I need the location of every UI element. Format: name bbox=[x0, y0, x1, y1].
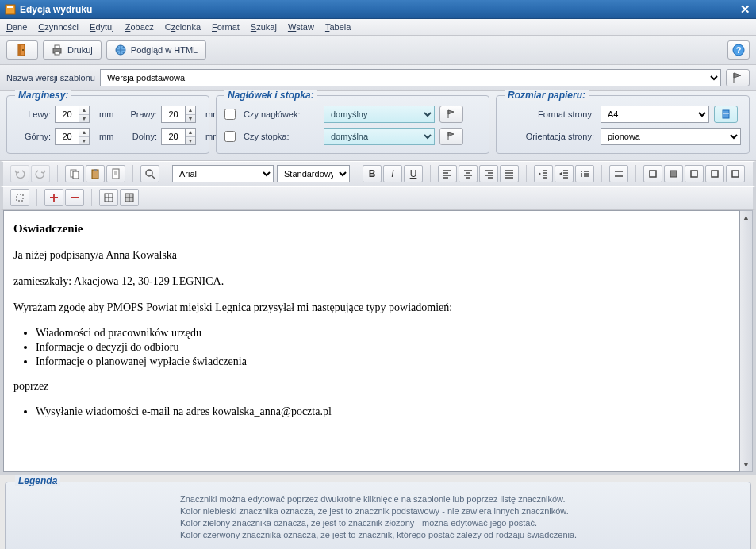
fieldsets-row: Marginesy: Lewy: ▲▼ mm Prawy: ▲▼ mm Górn… bbox=[0, 91, 756, 161]
scroll-track[interactable] bbox=[740, 224, 752, 459]
header-checkbox[interactable] bbox=[224, 109, 236, 120]
unit-label: mm bbox=[96, 132, 118, 141]
align-left-button[interactable] bbox=[438, 165, 457, 182]
menu-czynnosci[interactable]: Czynności bbox=[38, 22, 79, 32]
svg-rect-11 bbox=[723, 110, 729, 118]
doc-list2: Wysyłanie wiadomości e-mail na adres kow… bbox=[13, 405, 730, 418]
align-center-button[interactable] bbox=[459, 165, 478, 182]
undo-button[interactable] bbox=[10, 165, 29, 182]
margin-bottom-input[interactable]: ▲▼ bbox=[161, 128, 201, 145]
table-grid-button[interactable] bbox=[99, 189, 118, 206]
spin-up-icon[interactable]: ▲ bbox=[79, 129, 89, 137]
legend-text: Znaczniki można edytować poprzez dwukrot… bbox=[180, 493, 743, 540]
redo-button[interactable] bbox=[31, 165, 50, 182]
margin-left-input[interactable]: ▲▼ bbox=[55, 106, 94, 123]
copy-button[interactable] bbox=[65, 165, 84, 182]
spin-down-icon[interactable]: ▼ bbox=[186, 115, 195, 123]
style-select[interactable]: Standardowy bbox=[277, 165, 350, 182]
header-footer-fieldset: Nagłówek i stopka: Czy nagłówek: domyśln… bbox=[216, 95, 489, 154]
footer-checkbox[interactable] bbox=[224, 131, 236, 142]
format-select[interactable]: A4 bbox=[601, 106, 709, 123]
menu-wstaw[interactable]: Wstaw bbox=[288, 22, 314, 32]
table-insert-button[interactable] bbox=[120, 189, 139, 206]
menu-zobacz[interactable]: Zobacz bbox=[125, 22, 154, 32]
spin-down-icon[interactable]: ▼ bbox=[79, 137, 89, 145]
format-refresh-button[interactable] bbox=[714, 106, 738, 123]
square-icon bbox=[730, 168, 741, 179]
footer-select[interactable]: domyślna bbox=[324, 128, 435, 145]
template-label: Nazwa wersji szablonu bbox=[6, 73, 95, 83]
spacing-1-button[interactable] bbox=[609, 165, 628, 182]
template-select[interactable]: Wersja podstawowa bbox=[100, 69, 721, 86]
help-button[interactable]: ? bbox=[727, 40, 750, 60]
border-1-button[interactable] bbox=[643, 165, 662, 182]
template-row: Nazwa wersji szablonu Wersja podstawowa bbox=[0, 65, 756, 91]
font-select[interactable]: Arial bbox=[172, 165, 274, 182]
spin-up-icon[interactable]: ▲ bbox=[186, 106, 195, 115]
indent-dec-button[interactable] bbox=[534, 165, 553, 182]
underline-button[interactable]: U bbox=[404, 165, 423, 182]
window-title: Edycja wydruku bbox=[20, 4, 92, 15]
doc-icon bbox=[110, 168, 121, 179]
border-5-button[interactable] bbox=[726, 165, 745, 182]
spin-down-icon[interactable]: ▼ bbox=[79, 115, 89, 123]
list-button[interactable] bbox=[575, 165, 594, 182]
indent-inc-button[interactable] bbox=[555, 165, 574, 182]
border-2-button[interactable] bbox=[664, 165, 683, 182]
close-button[interactable]: ✕ bbox=[739, 3, 751, 16]
zoom-button[interactable] bbox=[140, 165, 159, 182]
flag-icon bbox=[447, 132, 456, 141]
titlebar: Edycja wydruku ✕ bbox=[0, 0, 756, 19]
print-button[interactable]: Drukuj bbox=[43, 40, 102, 60]
list-icon bbox=[579, 168, 590, 179]
preview-html-button[interactable]: Podgląd w HTML bbox=[106, 40, 206, 60]
paste-button[interactable] bbox=[86, 165, 105, 182]
menu-edytuj[interactable]: Edytuj bbox=[90, 22, 114, 32]
menu-szukaj[interactable]: Szukaj bbox=[251, 22, 277, 32]
svg-line-18 bbox=[152, 175, 155, 179]
spin-up-icon[interactable]: ▲ bbox=[79, 106, 89, 115]
scroll-down-icon[interactable]: ▼ bbox=[740, 459, 752, 471]
align-justify-button[interactable] bbox=[500, 165, 519, 182]
scroll-up-icon[interactable]: ▲ bbox=[740, 211, 752, 224]
indent-icon bbox=[558, 168, 570, 179]
grid-fill-icon bbox=[124, 192, 135, 203]
margin-right-input[interactable]: ▲▼ bbox=[161, 106, 201, 123]
spin-up-icon[interactable]: ▲ bbox=[186, 129, 195, 137]
template-edit-button[interactable] bbox=[726, 69, 750, 86]
align-right-button[interactable] bbox=[479, 165, 498, 182]
editor-scrollbar[interactable]: ▲ ▼ bbox=[740, 210, 753, 472]
footer-edit-button[interactable] bbox=[439, 128, 463, 145]
unit-label: mm bbox=[96, 109, 118, 119]
border-none-button[interactable] bbox=[10, 189, 29, 206]
orient-select[interactable]: pionowa bbox=[601, 128, 741, 145]
svg-rect-22 bbox=[650, 171, 656, 177]
italic-button[interactable]: I bbox=[383, 165, 402, 182]
margin-top-input[interactable]: ▲▼ bbox=[55, 128, 94, 145]
document-editor[interactable]: Oświadczenie Ja niżej podpisany/a Anna K… bbox=[3, 210, 740, 472]
margin-top-label: Górny: bbox=[15, 132, 53, 141]
header-edit-button[interactable] bbox=[439, 106, 463, 123]
editor-wrap: Oświadczenie Ja niżej podpisany/a Anna K… bbox=[0, 210, 756, 475]
legend-line: Kolor czerwony znacznika oznacza, że jes… bbox=[180, 529, 743, 541]
border-3-button[interactable] bbox=[685, 165, 704, 182]
insert-row-button[interactable] bbox=[44, 189, 63, 206]
print-label: Drukuj bbox=[67, 45, 93, 55]
bold-button[interactable]: B bbox=[363, 165, 382, 182]
footer-label: Czy stopka: bbox=[244, 132, 319, 141]
menu-czcionka[interactable]: Czcionka bbox=[165, 22, 201, 32]
border-4-button[interactable] bbox=[705, 165, 724, 182]
cut-button[interactable] bbox=[106, 165, 125, 182]
preview-label: Podgląd w HTML bbox=[131, 45, 198, 55]
menu-dane[interactable]: Dane bbox=[6, 22, 27, 32]
spin-down-icon[interactable]: ▼ bbox=[186, 137, 195, 145]
hf-title: Nagłówek i stopka: bbox=[224, 90, 317, 101]
exit-button[interactable] bbox=[6, 40, 38, 60]
delete-row-button[interactable] bbox=[65, 189, 84, 206]
list-item: Wiadomości od pracowników urzędu bbox=[36, 327, 730, 340]
menu-tabela[interactable]: Tabela bbox=[325, 22, 351, 32]
svg-text:?: ? bbox=[736, 45, 742, 55]
menu-format[interactable]: Format bbox=[212, 22, 240, 32]
svg-rect-24 bbox=[691, 171, 697, 177]
header-select[interactable]: domyślny bbox=[324, 106, 435, 123]
